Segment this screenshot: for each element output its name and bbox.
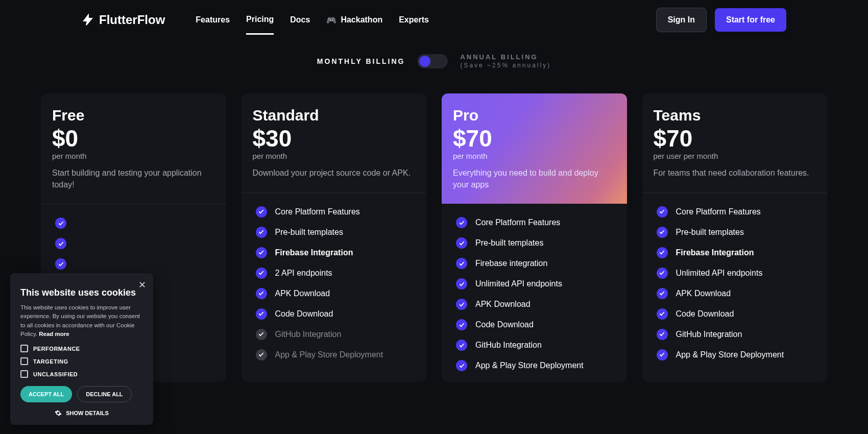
feature-label: Firebase Integration <box>275 248 353 257</box>
signin-button[interactable]: Sign In <box>656 8 707 32</box>
plan-features: Core Platform FeaturesPre-built template… <box>642 193 828 371</box>
plan-price: $30 <box>253 126 416 151</box>
toggle-knob <box>419 56 430 67</box>
check-icon <box>256 308 267 320</box>
check-icon <box>657 288 668 299</box>
flutterflow-icon <box>82 14 94 26</box>
plan-name: Standard <box>253 107 416 124</box>
cookie-opt-unclassified[interactable]: UNCLASSIFIED <box>20 370 143 378</box>
check-icon <box>55 218 66 229</box>
check-icon <box>55 238 66 249</box>
accept-all-button[interactable]: ACCEPT ALL <box>20 386 72 402</box>
plan-period: per month <box>52 152 215 160</box>
cookie-title: This website uses cookies <box>20 287 143 298</box>
feature-item: APK Download <box>256 288 416 299</box>
plan-teams: Teams$70per user per monthFor teams that… <box>642 93 828 382</box>
feature-label: Code Download <box>275 309 333 319</box>
feature-label: GitHub Integration <box>475 341 542 350</box>
feature-item: Core Platform Features <box>456 217 616 228</box>
check-icon <box>657 329 668 340</box>
feature-item: 2 API endpoints <box>256 268 416 279</box>
annual-billing-block: ANNUAL BILLING (Save ~25% annually) <box>460 53 551 69</box>
feature-label: Code Download <box>676 309 734 319</box>
plan-header: Teams$70per user per monthFor teams that… <box>642 93 828 193</box>
feature-label: App & Play Store Deployment <box>275 350 383 359</box>
check-icon <box>456 258 467 269</box>
feature-item: APK Download <box>456 299 616 310</box>
brand-name: FlutterFlow <box>99 13 165 27</box>
feature-label: Unlimited API endpoints <box>676 269 763 278</box>
feature-label: Firebase integration <box>475 259 547 268</box>
feature-item: APK Download <box>657 288 816 299</box>
check-icon <box>657 247 668 258</box>
plan-features: Core Platform FeaturesPre-built template… <box>242 193 427 371</box>
start-free-button[interactable]: Start for free <box>715 8 786 32</box>
monthly-billing-label: MONTHLY BILLING <box>317 57 405 65</box>
feature-item: Unlimited API endpoints <box>456 278 616 290</box>
cookie-opt-performance[interactable]: PERFORMANCE <box>20 345 143 352</box>
plan-price: $70 <box>453 126 616 151</box>
feature-item: Code Download <box>256 308 416 320</box>
cookie-banner: ✕ This website uses cookies This website… <box>10 273 153 425</box>
check-icon <box>456 278 467 290</box>
close-icon[interactable]: ✕ <box>138 279 146 291</box>
check-icon <box>55 258 66 270</box>
checkbox-icon[interactable] <box>20 345 28 352</box>
cookie-options: PERFORMANCE TARGETING UNCLASSIFIED <box>20 345 143 378</box>
check-icon <box>256 349 267 360</box>
checkbox-icon[interactable] <box>20 357 28 365</box>
annual-billing-note: (Save ~25% annually) <box>460 62 551 69</box>
cookie-body: This website uses cookies to improve use… <box>20 303 143 339</box>
check-icon <box>657 206 668 218</box>
feature-label: App & Play Store Deployment <box>676 350 784 359</box>
plan-price: $70 <box>654 126 816 151</box>
feature-label: GitHub Integration <box>676 330 742 339</box>
check-icon <box>256 247 267 258</box>
feature-item: Code Download <box>456 319 616 330</box>
annual-billing-label: ANNUAL BILLING <box>460 53 551 61</box>
plan-header: Pro$70per monthEverything you need to bu… <box>442 93 627 204</box>
check-icon <box>456 237 467 249</box>
feature-label: Pre-built templates <box>275 228 343 237</box>
nav-hackathon-label: Hackathon <box>341 15 382 25</box>
cookie-readmore-link[interactable]: Read more <box>39 331 69 337</box>
check-icon <box>456 340 467 351</box>
feature-label: APK Download <box>475 300 531 309</box>
nav-features[interactable]: Features <box>196 6 230 34</box>
gamepad-icon: 🎮 <box>326 15 336 25</box>
decline-all-button[interactable]: DECLINE ALL <box>77 386 131 402</box>
checkbox-icon[interactable] <box>20 370 28 378</box>
feature-item <box>55 238 215 249</box>
cookie-opt-unclassified-label: UNCLASSIFIED <box>33 371 78 377</box>
nav-experts[interactable]: Experts <box>399 6 429 34</box>
plan-period: per month <box>253 152 416 160</box>
feature-label: Unlimited API endpoints <box>475 279 562 288</box>
gear-icon <box>55 409 62 417</box>
show-details-button[interactable]: SHOW DETAILS <box>20 409 143 417</box>
check-icon <box>256 288 267 299</box>
nav-pricing[interactable]: Pricing <box>246 6 274 35</box>
check-icon <box>456 299 467 310</box>
plan-description: Start building and testing your applicat… <box>52 167 215 190</box>
feature-item: Pre-built templates <box>657 227 816 238</box>
check-icon <box>456 217 467 228</box>
plan-header: Standard$30per monthDownload your projec… <box>242 93 427 193</box>
check-icon <box>456 360 467 371</box>
nav-hackathon[interactable]: 🎮 Hackathon <box>326 6 382 34</box>
cookie-opt-targeting-label: TARGETING <box>33 358 68 365</box>
brand-logo[interactable]: FlutterFlow <box>82 13 165 27</box>
check-icon <box>256 206 267 218</box>
check-icon <box>657 268 668 279</box>
feature-label: Core Platform Features <box>275 207 360 216</box>
feature-item: Firebase integration <box>456 258 616 269</box>
check-icon <box>256 227 267 238</box>
nav-docs[interactable]: Docs <box>290 6 310 34</box>
plan-name: Teams <box>654 107 816 124</box>
feature-item: App & Play Store Deployment <box>256 349 416 360</box>
cookie-opt-targeting[interactable]: TARGETING <box>20 357 143 365</box>
feature-label: 2 API endpoints <box>275 269 332 278</box>
feature-label: Firebase Integration <box>676 248 754 257</box>
feature-label: Pre-built templates <box>676 228 744 237</box>
feature-label: APK Download <box>275 289 330 298</box>
billing-toggle[interactable] <box>417 54 448 68</box>
